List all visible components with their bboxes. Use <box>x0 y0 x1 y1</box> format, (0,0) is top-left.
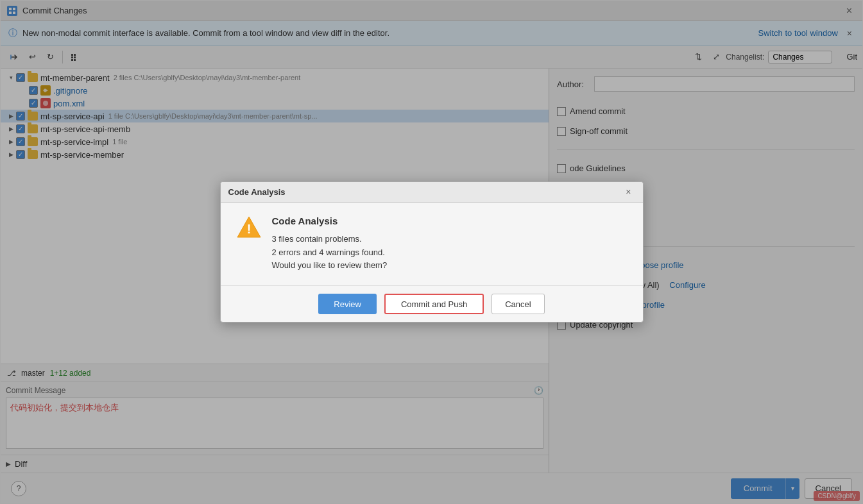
modal-overlay: Code Analysis × ! Code Analysis 3 files … <box>1 1 862 503</box>
modal-header: Code Analysis × <box>221 182 643 203</box>
modal-cancel-button[interactable]: Cancel <box>491 294 544 314</box>
svg-text:!: ! <box>246 222 251 236</box>
modal-content-text: 3 files contain problems. 2 errors and 4… <box>272 233 388 273</box>
modal-content: Code Analysis 3 files contain problems. … <box>272 215 388 273</box>
modal-footer: Review Commit and Push Cancel <box>221 285 643 322</box>
modal-content-title: Code Analysis <box>272 215 388 226</box>
modal-close-button[interactable]: × <box>622 185 635 198</box>
modal-dialog: Code Analysis × ! Code Analysis 3 files … <box>220 181 644 323</box>
review-button[interactable]: Review <box>318 294 377 314</box>
warning-icon: ! <box>236 215 262 241</box>
modal-line2: 2 errors and 4 warnings found. <box>272 246 388 260</box>
modal-line3: Would you like to review them? <box>272 259 388 273</box>
modal-body: ! Code Analysis 3 files contain problems… <box>221 203 643 285</box>
modal-title: Code Analysis <box>228 187 286 197</box>
main-window: Commit Changes × ⓘ New non-modal commit … <box>0 0 863 504</box>
modal-line1: 3 files contain problems. <box>272 233 388 246</box>
commit-and-push-button[interactable]: Commit and Push <box>384 294 484 314</box>
